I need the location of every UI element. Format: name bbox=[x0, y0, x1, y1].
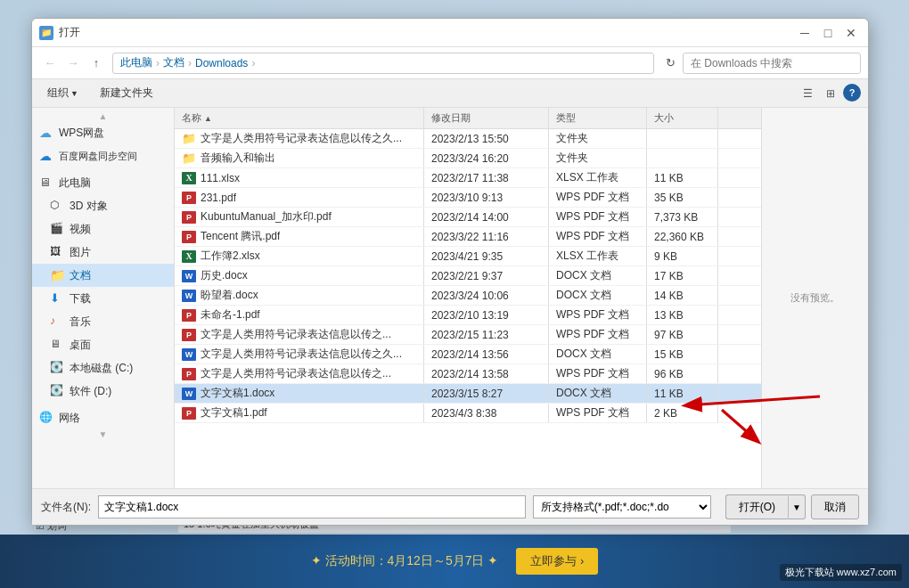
filename-input[interactable] bbox=[98, 495, 526, 519]
breadcrumb-part-pc[interactable]: 此电脑 bbox=[120, 55, 152, 70]
table-row[interactable]: P 文字是人类用符号记录表达信息以传之... 2023/2/15 11:23 W… bbox=[175, 325, 761, 345]
file-name: 文字是人类用符号记录表达信息以传之... bbox=[201, 366, 391, 381]
sidebar-item-drive-d[interactable]: 💽 软件 (D:) bbox=[32, 380, 174, 403]
excel-icon: X bbox=[182, 172, 196, 184]
open-button[interactable]: 打开(O) bbox=[725, 494, 788, 519]
sidebar-item-baidu[interactable]: ☁ 百度网盘同步空间 bbox=[32, 144, 174, 167]
file-date: 2023/3/22 11:16 bbox=[424, 227, 549, 246]
file-name-col: X 111.xlsx bbox=[175, 168, 424, 187]
breadcrumb[interactable]: 此电脑 › 文档 › Downloads › bbox=[112, 53, 654, 74]
file-name-col: P 未命名-1.pdf bbox=[175, 306, 424, 324]
file-name: 工作簿2.xlsx bbox=[201, 249, 260, 264]
sidebar-item-3d[interactable]: ⬡ 3D 对象 bbox=[32, 194, 174, 217]
file-list[interactable]: 📁 文字是人类用符号记录表达信息以传之久... 2023/2/13 15:50 … bbox=[175, 129, 761, 488]
file-size: 22,360 KB bbox=[647, 227, 718, 246]
file-name-col: P 文字文稿1.pdf bbox=[175, 404, 424, 422]
breadcrumb-part-downloads[interactable]: Downloads bbox=[195, 57, 248, 69]
file-size: 15 KB bbox=[647, 345, 718, 363]
filename-label: 文件名(N): bbox=[41, 500, 91, 515]
file-name-col: P 文字是人类用符号记录表达信息以传之... bbox=[175, 364, 424, 383]
table-row[interactable]: P 231.pdf 2023/3/10 9:13 WPS PDF 文档 35 K… bbox=[175, 188, 761, 208]
table-row[interactable]: W 历史.docx 2023/2/21 9:37 DOCX 文档 17 KB bbox=[175, 266, 761, 286]
file-date: 2023/2/13 15:50 bbox=[424, 129, 549, 148]
table-row[interactable]: W 文字文稿1.docx 2023/3/15 8:27 DOCX 文档 11 K… bbox=[175, 384, 761, 404]
filetype-select[interactable]: 所支持格式(*.pdf;*.doc;*.do bbox=[533, 495, 711, 519]
banner-button[interactable]: 立即参与 › bbox=[516, 548, 598, 575]
sidebar-item-network[interactable]: 🌐 网络 bbox=[32, 406, 174, 429]
table-row[interactable]: P Tencent 腾讯.pdf 2023/3/22 11:16 WPS PDF… bbox=[175, 227, 761, 247]
cancel-button[interactable]: 取消 bbox=[811, 494, 859, 519]
view-list-button[interactable]: ☰ bbox=[797, 84, 818, 103]
table-row[interactable]: W 文字是人类用符号记录表达信息以传之久... 2023/2/14 13:56 … bbox=[175, 345, 761, 364]
word-icon: W bbox=[182, 290, 196, 302]
bottom-banner: ✦ 活动时间：4月12日～5月7日 ✦ 立即参与 › bbox=[0, 535, 909, 588]
file-date: 2023/2/10 13:19 bbox=[424, 306, 549, 324]
file-name: 历史.docx bbox=[201, 268, 248, 283]
file-area: 名称 ▲ 修改日期 类型 大小 📁 文字是人类用符号记录表达信息以传之久... … bbox=[175, 108, 761, 488]
forward-button[interactable]: → bbox=[62, 53, 84, 74]
pdf-icon: P bbox=[182, 211, 196, 224]
pdf-icon: P bbox=[182, 309, 196, 322]
file-date: 2023/2/14 13:56 bbox=[424, 345, 549, 363]
file-name-col: W 盼望着.docx bbox=[175, 286, 424, 305]
breadcrumb-part-docs[interactable]: 文档 bbox=[163, 55, 184, 70]
table-row[interactable]: X 111.xlsx 2023/2/17 11:38 XLSX 工作表 11 K… bbox=[175, 168, 761, 188]
table-row[interactable]: P 文字文稿1.pdf 2023/4/3 8:38 WPS PDF 文档 2 K… bbox=[175, 404, 761, 423]
sidebar-item-music[interactable]: ♪ 音乐 bbox=[32, 310, 174, 333]
minimize-button[interactable]: ─ bbox=[795, 23, 815, 43]
view-large-icons-button[interactable]: ⊞ bbox=[820, 84, 841, 103]
new-folder-button[interactable]: 新建文件夹 bbox=[92, 84, 161, 103]
file-size bbox=[647, 149, 718, 167]
close-button[interactable]: ✕ bbox=[841, 23, 861, 43]
maximize-button[interactable]: □ bbox=[818, 23, 838, 43]
refresh-button[interactable]: ↻ bbox=[659, 53, 681, 74]
file-name-col: 📁 文字是人类用符号记录表达信息以传之久... bbox=[175, 129, 424, 148]
file-type: XLSX 工作表 bbox=[549, 168, 647, 187]
col-type[interactable]: 类型 bbox=[549, 108, 647, 128]
help-button[interactable]: ? bbox=[843, 84, 861, 102]
file-name-col: 📁 音频输入和输出 bbox=[175, 149, 424, 167]
table-row[interactable]: P 文字是人类用符号记录表达信息以传之... 2023/2/14 13:58 W… bbox=[175, 364, 761, 384]
file-name-col: W 文字文稿1.docx bbox=[175, 384, 424, 403]
open-dropdown-button[interactable]: ▼ bbox=[788, 494, 806, 519]
file-name-col: P KubuntuManual_加水印.pdf bbox=[175, 208, 424, 226]
file-name-col: W 文字是人类用符号记录表达信息以传之久... bbox=[175, 345, 424, 363]
table-row[interactable]: X 工作簿2.xlsx 2023/4/21 9:35 XLSX 工作表 9 KB bbox=[175, 247, 761, 266]
file-type: DOCX 文档 bbox=[549, 286, 647, 305]
sidebar-item-drive-c[interactable]: 💽 本地磁盘 (C:) bbox=[32, 356, 174, 380]
sidebar-item-download[interactable]: ⬇ 下载 bbox=[32, 287, 174, 310]
table-row[interactable]: W 盼望着.docx 2023/3/24 10:06 DOCX 文档 14 KB bbox=[175, 286, 761, 306]
file-date: 2023/3/15 8:27 bbox=[424, 384, 549, 403]
breadcrumb-sep3: › bbox=[251, 57, 255, 69]
col-date[interactable]: 修改日期 bbox=[424, 108, 549, 128]
sidebar-item-video[interactable]: 🎬 视频 bbox=[32, 217, 174, 241]
file-name: 文字文稿1.docx bbox=[201, 386, 274, 401]
sidebar-item-wps-cloud[interactable]: ☁ WPS网盘 bbox=[32, 121, 174, 144]
file-type: DOCX 文档 bbox=[549, 384, 647, 403]
col-size[interactable]: 大小 bbox=[647, 108, 718, 128]
sort-icon: ▲ bbox=[204, 114, 212, 123]
file-size: 7,373 KB bbox=[647, 208, 718, 226]
sidebar-item-desktop[interactable]: 🖥 桌面 bbox=[32, 333, 174, 356]
table-row[interactable]: P KubuntuManual_加水印.pdf 2023/2/14 14:00 … bbox=[175, 208, 761, 227]
table-row[interactable]: 📁 音频输入和输出 2023/3/24 16:20 文件夹 bbox=[175, 149, 761, 168]
folder-icon: 📁 bbox=[50, 268, 64, 282]
table-row[interactable]: P 未命名-1.pdf 2023/2/10 13:19 WPS PDF 文档 1… bbox=[175, 306, 761, 325]
col-name[interactable]: 名称 ▲ bbox=[175, 108, 424, 128]
sidebar-item-pc[interactable]: 🖥 此电脑 bbox=[32, 171, 174, 194]
pc-icon: 🖥 bbox=[39, 176, 53, 190]
nav-toolbar: ← → ↑ 此电脑 › 文档 › Downloads › ↻ bbox=[32, 47, 868, 79]
action-toolbar: 组织 ▼ 新建文件夹 ☰ ⊞ ? bbox=[32, 79, 868, 108]
file-name: 111.xlsx bbox=[201, 172, 240, 184]
organize-button[interactable]: 组织 ▼ bbox=[39, 84, 86, 103]
file-size: 9 KB bbox=[647, 247, 718, 265]
sidebar-item-image[interactable]: 🖼 图片 bbox=[32, 241, 174, 264]
file-name: 文字是人类用符号记录表达信息以传之久... bbox=[201, 347, 402, 362]
search-input[interactable] bbox=[683, 53, 861, 74]
3d-icon: ⬡ bbox=[50, 199, 64, 213]
back-button[interactable]: ← bbox=[39, 53, 61, 74]
sidebar-item-docs[interactable]: 📁 文档 bbox=[32, 264, 174, 287]
file-type: WPS PDF 文档 bbox=[549, 325, 647, 344]
up-button[interactable]: ↑ bbox=[86, 53, 107, 74]
table-row[interactable]: 📁 文字是人类用符号记录表达信息以传之久... 2023/2/13 15:50 … bbox=[175, 129, 761, 149]
